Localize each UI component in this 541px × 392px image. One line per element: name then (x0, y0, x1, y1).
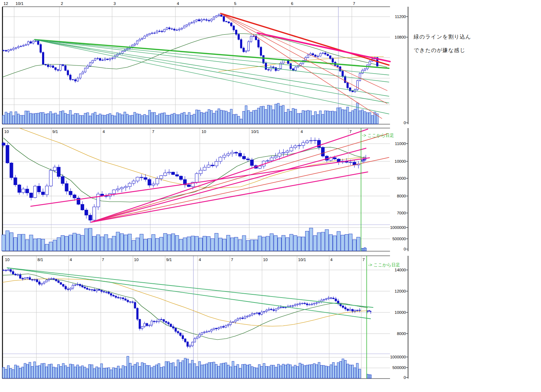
long-weekly-chart-gridlines (2, 256, 390, 379)
daily-chart: 1210/123456711200108000 (2, 1, 408, 125)
daily-chart-volume-bars (2, 103, 378, 124)
long-weekly-chart-y-label: 0 (404, 375, 406, 380)
daily-chart-candlesticks (3, 13, 378, 93)
weekly-chart-x-label: 10 (4, 129, 9, 134)
weekly-chart-frame (2, 128, 408, 251)
weekly-chart-long-ma (19, 128, 366, 188)
daily-start-note-weekly-chart: -> ここから日足 (362, 133, 394, 139)
weekly-chart-x-axis-labels: 109/1471010/147 (4, 129, 351, 134)
weekly-chart-x-label: 4 (103, 129, 105, 134)
long-weekly-chart-x-label: 4 (330, 258, 333, 262)
daily-chart-y-label: 10800 (395, 35, 406, 39)
weekly-chart-y-axis-labels: 110001000090008000700010000005000000 (390, 142, 406, 251)
weekly-chart-y-label: 7000 (397, 211, 406, 215)
daily-chart-x-label: 10/1 (16, 1, 23, 6)
daily-chart-x-label: 12 (4, 1, 8, 6)
annotation-line2: できたのが嫌な感じ (414, 47, 465, 54)
long-weekly-chart-y-label: 14000 (395, 268, 406, 272)
long-weekly-chart-x-label: 7 (231, 258, 233, 262)
weekly-chart-y-label: 9000 (397, 176, 406, 180)
weekly-chart-volume-bars (2, 228, 366, 251)
weekly-chart: 109/1471010/1471100010000900080007000100… (2, 128, 408, 251)
long-weekly-chart-x-label: 7 (102, 258, 104, 262)
long-weekly-chart-x-label: 4 (70, 258, 72, 262)
long-weekly-chart-x-label: 10 (5, 258, 10, 262)
long-weekly-chart-y-label: 10000 (395, 310, 406, 315)
long-weekly-chart-y-axis-labels: 140001200010000800010000005000000 (390, 268, 406, 380)
long-weekly-chart-x-label: 10 (263, 258, 268, 262)
daily-chart-long-ma (2, 34, 387, 77)
long-weekly-chart-x-label: 10 (134, 258, 139, 262)
daily-chart-y-label: 11200 (395, 15, 406, 19)
daily-chart-x-label: 2 (61, 1, 63, 6)
daily-start-note-long-chart: -> ここから日足 (368, 262, 400, 268)
weekly-chart-gridlines (2, 128, 390, 251)
weekly-chart-y-label: 10000 (395, 159, 406, 163)
long-weekly-chart: 108/147109/1471010/147140001200010000800… (2, 256, 408, 380)
weekly-chart-x-label: 7 (152, 129, 154, 134)
daily-chart-y-label: 0 (404, 121, 406, 125)
weekly-chart-y-label: 0 (404, 247, 406, 251)
annotation-line1: 緑のラインを割り込ん (414, 34, 471, 40)
chart-workspace: 1210/123456711200108000109/1471010/14711… (0, 0, 541, 392)
daily-chart-x-label: 7 (353, 1, 355, 6)
daily-chart-x-label: 5 (234, 1, 236, 6)
charts-canvas: 1210/123456711200108000109/1471010/14711… (0, 0, 541, 392)
long-weekly-chart-x-label: 8/1 (37, 258, 43, 262)
long-weekly-chart-y-label: 8000 (397, 332, 406, 336)
weekly-chart-x-label: 9/1 (52, 129, 58, 134)
long-weekly-chart-y-label: 1000000 (390, 355, 406, 359)
weekly-chart-candlesticks (2, 137, 366, 223)
weekly-chart-x-label: 4 (301, 129, 303, 134)
daily-chart-x-label: 3 (114, 1, 116, 6)
long-weekly-chart-x-label: 9/1 (166, 258, 172, 262)
long-weekly-chart-trend-lines (7, 268, 373, 319)
weekly-chart-x-label: 10/1 (251, 129, 259, 134)
long-weekly-chart-x-axis-labels: 108/147109/1471010/147 (5, 258, 365, 262)
long-weekly-chart-y-label: 500000 (392, 365, 406, 370)
daily-chart-x-label: 4 (177, 1, 179, 6)
daily-chart-x-axis-labels: 1210/1234567 (4, 1, 355, 6)
long-weekly-chart-x-label: 4 (199, 258, 201, 262)
weekly-chart-x-label: 10 (202, 129, 206, 134)
long-weekly-chart-x-label: 7 (362, 258, 365, 262)
weekly-chart-y-label: 8000 (397, 194, 406, 198)
long-weekly-chart-short-ma (2, 274, 368, 340)
weekly-chart-x-label: 7 (349, 129, 351, 134)
weekly-chart-y-label: 500000 (392, 237, 406, 241)
daily-chart-x-label: 6 (291, 1, 293, 6)
weekly-chart-trend-lines (31, 129, 389, 222)
daily-chart-y-axis-labels: 11200108000 (395, 15, 406, 125)
long-weekly-chart-x-label: 10/1 (298, 258, 306, 262)
long-weekly-chart-y-label: 12000 (395, 289, 406, 293)
weekly-chart-y-label: 1000000 (390, 225, 406, 230)
weekly-chart-y-label: 11000 (395, 142, 406, 146)
long-weekly-chart-volume-bars (2, 356, 371, 378)
